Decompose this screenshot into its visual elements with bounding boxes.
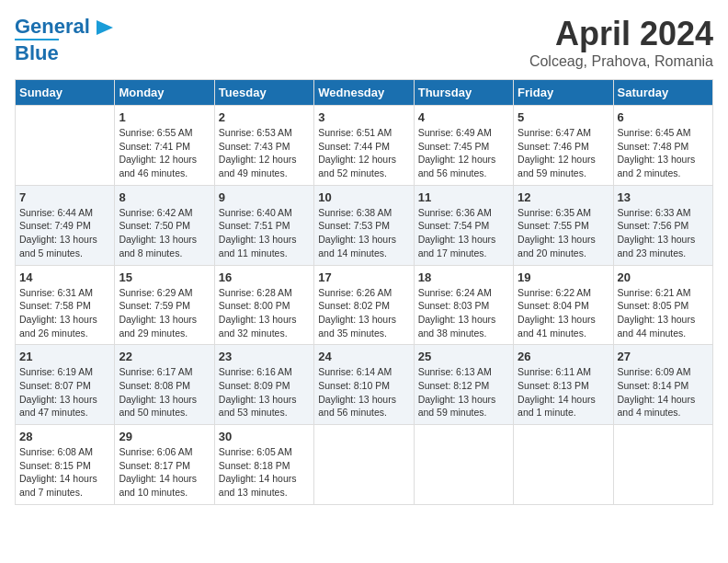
cell-content: Sunrise: 6:13 AM Sunset: 8:12 PM Dayligh… xyxy=(418,365,509,419)
calendar-cell: 3Sunrise: 6:51 AM Sunset: 7:44 PM Daylig… xyxy=(314,106,414,186)
calendar-cell xyxy=(613,425,712,505)
cell-content: Sunrise: 6:38 AM Sunset: 7:53 PM Dayligh… xyxy=(318,206,409,260)
calendar-cell: 13Sunrise: 6:33 AM Sunset: 7:56 PM Dayli… xyxy=(613,185,712,265)
day-number: 9 xyxy=(219,190,310,204)
day-number: 1 xyxy=(119,110,210,124)
cell-content: Sunrise: 6:31 AM Sunset: 7:58 PM Dayligh… xyxy=(19,286,110,340)
calendar-cell: 29Sunrise: 6:06 AM Sunset: 8:17 PM Dayli… xyxy=(115,425,214,505)
week-row-3: 14Sunrise: 6:31 AM Sunset: 7:58 PM Dayli… xyxy=(16,265,713,345)
cell-content: Sunrise: 6:40 AM Sunset: 7:51 PM Dayligh… xyxy=(219,206,310,260)
calendar-cell: 6Sunrise: 6:45 AM Sunset: 7:48 PM Daylig… xyxy=(613,106,712,186)
logo-text: General xyxy=(15,15,113,39)
day-number: 26 xyxy=(518,350,609,363)
day-number: 2 xyxy=(219,110,310,124)
calendar-cell: 8Sunrise: 6:42 AM Sunset: 7:50 PM Daylig… xyxy=(115,185,214,265)
calendar-cell: 22Sunrise: 6:17 AM Sunset: 8:08 PM Dayli… xyxy=(115,345,214,425)
cell-content: Sunrise: 6:05 AM Sunset: 8:18 PM Dayligh… xyxy=(219,445,310,500)
calendar-cell: 23Sunrise: 6:16 AM Sunset: 8:09 PM Dayli… xyxy=(214,345,313,425)
calendar-cell: 18Sunrise: 6:24 AM Sunset: 8:03 PM Dayli… xyxy=(414,265,513,345)
calendar-table: SundayMondayTuesdayWednesdayThursdayFrid… xyxy=(15,79,713,505)
svg-marker-0 xyxy=(97,20,113,35)
cell-content: Sunrise: 6:44 AM Sunset: 7:49 PM Dayligh… xyxy=(19,206,110,260)
cell-content: Sunrise: 6:53 AM Sunset: 7:43 PM Dayligh… xyxy=(219,126,310,180)
cell-content: Sunrise: 6:49 AM Sunset: 7:45 PM Dayligh… xyxy=(418,126,509,180)
calendar-cell: 11Sunrise: 6:36 AM Sunset: 7:54 PM Dayli… xyxy=(414,185,513,265)
cell-content: Sunrise: 6:35 AM Sunset: 7:55 PM Dayligh… xyxy=(518,206,609,260)
cell-content: Sunrise: 6:42 AM Sunset: 7:50 PM Dayligh… xyxy=(119,206,210,260)
page-header: General Blue April 2024 Colceag, Prahova… xyxy=(15,15,713,70)
column-header-tuesday: Tuesday xyxy=(214,80,313,106)
cell-content: Sunrise: 6:17 AM Sunset: 8:08 PM Dayligh… xyxy=(119,365,210,419)
calendar-cell: 9Sunrise: 6:40 AM Sunset: 7:51 PM Daylig… xyxy=(214,185,313,265)
cell-content: Sunrise: 6:11 AM Sunset: 8:13 PM Dayligh… xyxy=(518,365,609,419)
calendar-cell: 7Sunrise: 6:44 AM Sunset: 7:49 PM Daylig… xyxy=(16,185,115,265)
column-header-thursday: Thursday xyxy=(414,80,513,106)
logo: General Blue xyxy=(15,15,113,65)
calendar-cell: 28Sunrise: 6:08 AM Sunset: 8:15 PM Dayli… xyxy=(16,425,115,505)
day-number: 24 xyxy=(318,350,409,363)
day-number: 11 xyxy=(418,190,509,204)
cell-content: Sunrise: 6:45 AM Sunset: 7:48 PM Dayligh… xyxy=(618,126,709,180)
cell-content: Sunrise: 6:26 AM Sunset: 8:02 PM Dayligh… xyxy=(318,286,409,340)
cell-content: Sunrise: 6:14 AM Sunset: 8:10 PM Dayligh… xyxy=(318,365,409,419)
calendar-cell: 25Sunrise: 6:13 AM Sunset: 8:12 PM Dayli… xyxy=(414,345,513,425)
day-number: 14 xyxy=(19,270,110,284)
day-number: 29 xyxy=(119,430,210,443)
day-number: 3 xyxy=(318,110,409,124)
week-row-4: 21Sunrise: 6:19 AM Sunset: 8:07 PM Dayli… xyxy=(16,345,713,425)
calendar-cell: 26Sunrise: 6:11 AM Sunset: 8:13 PM Dayli… xyxy=(514,345,613,425)
cell-content: Sunrise: 6:08 AM Sunset: 8:15 PM Dayligh… xyxy=(19,445,110,500)
location-subtitle: Colceag, Prahova, Romania xyxy=(529,53,713,70)
month-title: April 2024 xyxy=(529,15,713,53)
day-number: 21 xyxy=(19,350,110,363)
column-header-friday: Friday xyxy=(514,80,613,106)
calendar-cell: 2Sunrise: 6:53 AM Sunset: 7:43 PM Daylig… xyxy=(214,106,313,186)
cell-content: Sunrise: 6:09 AM Sunset: 8:14 PM Dayligh… xyxy=(618,365,709,419)
day-number: 7 xyxy=(19,190,110,204)
calendar-cell: 20Sunrise: 6:21 AM Sunset: 8:05 PM Dayli… xyxy=(613,265,712,345)
cell-content: Sunrise: 6:16 AM Sunset: 8:09 PM Dayligh… xyxy=(219,365,310,419)
day-number: 23 xyxy=(219,350,310,363)
day-number: 27 xyxy=(618,350,709,363)
cell-content: Sunrise: 6:28 AM Sunset: 8:00 PM Dayligh… xyxy=(219,286,310,340)
cell-content: Sunrise: 6:55 AM Sunset: 7:41 PM Dayligh… xyxy=(119,126,210,180)
column-header-wednesday: Wednesday xyxy=(314,80,414,106)
calendar-cell: 4Sunrise: 6:49 AM Sunset: 7:45 PM Daylig… xyxy=(414,106,513,186)
cell-content: Sunrise: 6:22 AM Sunset: 8:04 PM Dayligh… xyxy=(518,286,609,340)
week-row-5: 28Sunrise: 6:08 AM Sunset: 8:15 PM Dayli… xyxy=(16,425,713,505)
cell-content: Sunrise: 6:19 AM Sunset: 8:07 PM Dayligh… xyxy=(19,365,110,419)
day-number: 30 xyxy=(219,430,310,443)
column-header-monday: Monday xyxy=(115,80,214,106)
day-number: 6 xyxy=(618,110,709,124)
day-number: 19 xyxy=(518,270,609,284)
day-number: 25 xyxy=(418,350,509,363)
cell-content: Sunrise: 6:36 AM Sunset: 7:54 PM Dayligh… xyxy=(418,206,509,260)
day-number: 18 xyxy=(418,270,509,284)
day-number: 12 xyxy=(518,190,609,204)
calendar-cell: 30Sunrise: 6:05 AM Sunset: 8:18 PM Dayli… xyxy=(214,425,313,505)
calendar-cell: 1Sunrise: 6:55 AM Sunset: 7:41 PM Daylig… xyxy=(115,106,214,186)
calendar-cell: 15Sunrise: 6:29 AM Sunset: 7:59 PM Dayli… xyxy=(115,265,214,345)
logo-blue-text: Blue xyxy=(15,39,59,65)
cell-content: Sunrise: 6:33 AM Sunset: 7:56 PM Dayligh… xyxy=(618,206,709,260)
calendar-cell xyxy=(414,425,513,505)
column-header-sunday: Sunday xyxy=(16,80,115,106)
calendar-cell: 19Sunrise: 6:22 AM Sunset: 8:04 PM Dayli… xyxy=(514,265,613,345)
cell-content: Sunrise: 6:21 AM Sunset: 8:05 PM Dayligh… xyxy=(618,286,709,340)
calendar-cell xyxy=(314,425,414,505)
week-row-1: 1Sunrise: 6:55 AM Sunset: 7:41 PM Daylig… xyxy=(16,106,713,186)
day-number: 22 xyxy=(119,350,210,363)
calendar-cell xyxy=(16,106,115,186)
header-row: SundayMondayTuesdayWednesdayThursdayFrid… xyxy=(16,80,713,106)
calendar-cell: 5Sunrise: 6:47 AM Sunset: 7:46 PM Daylig… xyxy=(514,106,613,186)
week-row-2: 7Sunrise: 6:44 AM Sunset: 7:49 PM Daylig… xyxy=(16,185,713,265)
logo-arrow-icon xyxy=(97,20,113,35)
day-number: 28 xyxy=(19,430,110,443)
day-number: 20 xyxy=(618,270,709,284)
day-number: 16 xyxy=(219,270,310,284)
calendar-cell: 24Sunrise: 6:14 AM Sunset: 8:10 PM Dayli… xyxy=(314,345,414,425)
day-number: 15 xyxy=(119,270,210,284)
calendar-cell: 16Sunrise: 6:28 AM Sunset: 8:00 PM Dayli… xyxy=(214,265,313,345)
cell-content: Sunrise: 6:24 AM Sunset: 8:03 PM Dayligh… xyxy=(418,286,509,340)
day-number: 10 xyxy=(318,190,409,204)
